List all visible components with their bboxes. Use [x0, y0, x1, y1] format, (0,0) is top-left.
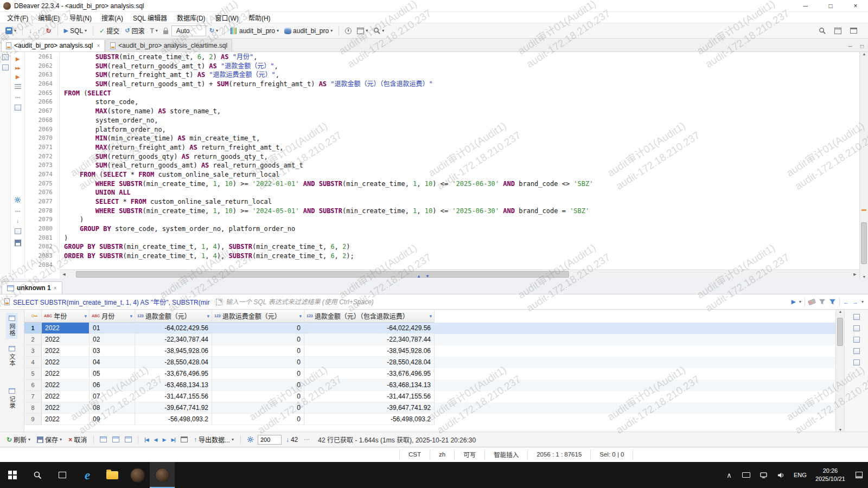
editor-tab-close-icon[interactable]: × [97, 43, 100, 49]
taskbar-search-button[interactable] [25, 462, 50, 488]
dbeaver-active-window-button[interactable] [150, 462, 175, 488]
execute-script-icon[interactable]: ▶▶ [15, 66, 20, 70]
scroll-up-icon[interactable]: ▲ [860, 52, 868, 56]
code-area[interactable]: 2061 SUBSTR(min_create_time_t, 6, 2) AS … [25, 52, 859, 279]
grid-cell[interactable]: 04 [90, 357, 135, 368]
grid-cell[interactable]: 08 [90, 402, 135, 414]
editor-tab-analysis-cleartime[interactable]: <audit_bi_pro> analysis_cleartime.sql [105, 39, 232, 52]
column-menu-icon[interactable]: ▾ [84, 313, 87, 319]
sash-up-icon[interactable]: ▲ [417, 274, 421, 279]
close-button[interactable]: × [843, 0, 868, 11]
database-navigator-icon[interactable] [2, 65, 9, 70]
grid-cell[interactable]: 05 [90, 368, 135, 380]
touch-keyboard-icon[interactable] [738, 472, 755, 478]
execute-new-tab-icon[interactable]: ▶ [16, 74, 20, 80]
grid-cell[interactable]: 2022 [42, 334, 90, 345]
menu-navigate[interactable]: 导航(N) [65, 12, 97, 23]
last-row-icon[interactable]: ▶| [169, 436, 176, 444]
result-tab-close-icon[interactable]: × [54, 285, 57, 291]
sql-editor-dropdown[interactable]: ▶SQL▾ [62, 25, 90, 36]
grid-cell[interactable]: 2022 [42, 345, 90, 357]
grid-cell[interactable]: 0 [212, 345, 304, 357]
edit-filter-icon[interactable] [819, 298, 826, 305]
panel-sash[interactable]: ▲ ▼ [417, 274, 430, 279]
delete-row-icon[interactable] [123, 435, 133, 444]
grid-cell[interactable]: -38,945,928.06 [304, 345, 435, 357]
grid-cell[interactable]: 2022 [42, 368, 90, 380]
grid-cell[interactable]: 2022 [42, 414, 90, 425]
rollback-button[interactable]: ↺回滚 [123, 24, 146, 37]
prev-row-icon[interactable]: ◀ [152, 436, 159, 444]
editor-hscrollbar[interactable]: ◀ ▶ [60, 269, 859, 279]
grid-cell[interactable]: -22,340,787.44 [304, 334, 435, 345]
menu-search[interactable]: 搜索(A) [97, 12, 128, 23]
grid-cell[interactable]: -33,676,496.95 [304, 368, 435, 380]
minimize-editor-icon[interactable]: ─ [844, 43, 856, 52]
row-number[interactable]: 5 [24, 368, 42, 380]
grid-cell[interactable]: -39,647,741.92 [135, 402, 212, 414]
calc-panel-icon[interactable] [853, 325, 860, 331]
filter-history-forward-icon[interactable]: → [852, 299, 858, 305]
search-metadata-button[interactable]: ▾ [371, 25, 386, 36]
row-number[interactable]: 9 [24, 414, 42, 425]
fetch-all-button[interactable]: ↓42 [284, 435, 300, 445]
grid-vscroll-track[interactable] [836, 313, 844, 428]
grid-cell[interactable]: 09 [90, 414, 135, 425]
grid-cell[interactable]: -38,945,928.06 [135, 345, 212, 357]
quick-search-button[interactable] [816, 25, 828, 36]
editor-tab-analysis[interactable]: <audit_bi_pro> analysis.sql × [1, 39, 105, 52]
grid-cell[interactable]: 0 [212, 402, 304, 414]
grid-cell[interactable]: 03 [90, 345, 135, 357]
layout-button[interactable] [848, 26, 859, 35]
grid-cell[interactable]: -63,468,134.13 [304, 380, 435, 391]
grid-vscrollbar[interactable]: ▲ ▼ [835, 310, 844, 432]
expand-filter-icon[interactable] [216, 299, 222, 305]
more-icon[interactable]: ⋯ [302, 435, 311, 444]
grid-cell[interactable]: 0 [212, 323, 304, 334]
grid-cell[interactable]: -28,550,428.04 [304, 357, 435, 368]
column-header-3[interactable]: 123退款金额（元）▾ [135, 310, 212, 323]
autocommit-lock-button[interactable] [161, 26, 170, 36]
network-icon[interactable] [756, 472, 772, 479]
new-sql-editor-button[interactable]: ↓ [27, 25, 34, 36]
network-profile-button[interactable]: ▾ [355, 26, 370, 36]
dbeaver-window-button[interactable] [125, 462, 150, 488]
grid-cell[interactable]: 07 [90, 391, 135, 402]
grid-cell[interactable]: -22,340,787.44 [135, 334, 212, 345]
scroll-right-icon[interactable]: ▶ [851, 272, 859, 277]
row-number[interactable]: 2 [24, 334, 42, 345]
column-menu-icon[interactable]: ▾ [429, 313, 432, 319]
references-panel-icon[interactable] [853, 359, 860, 365]
filter-history-dropdown-icon[interactable]: ▾ [861, 299, 864, 304]
minimize-button[interactable]: ─ [793, 0, 818, 11]
column-header-5[interactable]: 123退款金额（元）（包含退款运费）▾ [304, 310, 435, 323]
edge-browser-button[interactable]: e [75, 462, 100, 488]
row-number[interactable]: 1 [24, 323, 42, 334]
presentation-tab-grid[interactable]: 网格 [6, 313, 18, 339]
grid-cell[interactable]: -31,447,155.56 [304, 391, 435, 402]
filter-dropdown-icon[interactable]: ▾ [799, 299, 801, 304]
export-data-button[interactable]: ↑导出数据...▾ [192, 434, 236, 445]
cancel-button[interactable]: ×取消 [66, 434, 89, 445]
maximize-editor-icon[interactable]: □ [856, 43, 868, 52]
grid-cell[interactable]: -64,022,429.56 [135, 323, 212, 334]
schema-combo[interactable]: audit_bi_pro▾ [282, 25, 335, 36]
grid-cell[interactable]: 0 [212, 357, 304, 368]
task-view-button[interactable] [50, 462, 75, 488]
grid-cell[interactable]: 2022 [42, 323, 90, 334]
transaction-monitor-button[interactable] [343, 26, 354, 36]
volume-icon[interactable] [773, 472, 789, 479]
more-actions-icon-2[interactable]: ⋯ [15, 209, 21, 214]
explain-plan-icon[interactable] [15, 84, 21, 91]
grid-cell[interactable]: 0 [212, 368, 304, 380]
grid-cell[interactable]: 0 [212, 334, 304, 345]
row-number[interactable]: 7 [24, 391, 42, 402]
vscroll-track[interactable] [860, 56, 868, 275]
grid-scroll-down-icon[interactable]: ▼ [836, 428, 845, 432]
filter-history-back-icon[interactable]: ← [843, 299, 849, 305]
row-number[interactable]: 4 [24, 357, 42, 368]
metadata-panel-icon[interactable] [853, 348, 860, 354]
taskbar-clock[interactable]: 20:26 2025/10/21 [811, 467, 850, 483]
row-number[interactable]: 3 [24, 345, 42, 357]
grid-cell[interactable]: -64,022,429.56 [304, 323, 435, 334]
